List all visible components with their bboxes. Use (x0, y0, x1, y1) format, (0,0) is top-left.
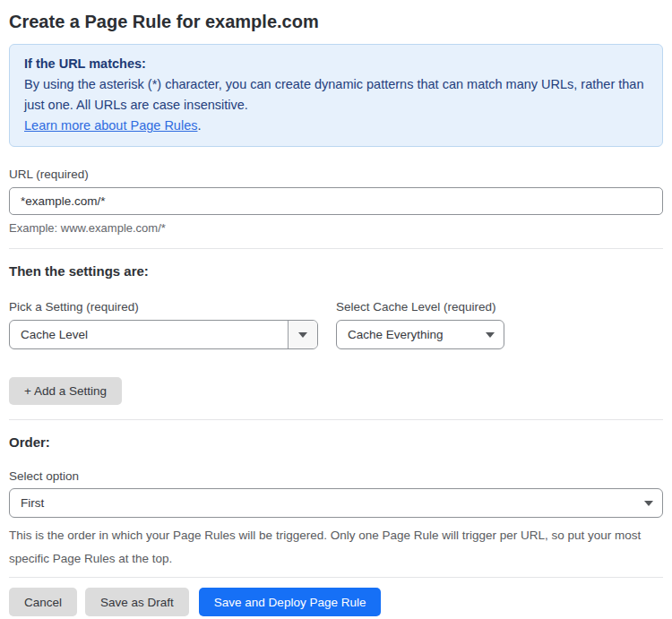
order-section-heading: Order: (9, 434, 663, 451)
chevron-down-icon (477, 332, 504, 338)
create-page-rule-form: Create a Page Rule for example.com If th… (0, 0, 672, 619)
url-match-info-box: If the URL matches: By using the asteris… (9, 44, 663, 147)
order-select-label: Select option (9, 469, 663, 484)
chevron-down-icon (288, 321, 317, 348)
setting-picker-label: Pick a Setting (required) (9, 299, 318, 314)
cache-level-select-value: Cache Everything (337, 328, 477, 341)
section-divider (9, 577, 663, 578)
info-box-body: By using the asterisk (*) character, you… (24, 74, 648, 116)
link-suffix: . (197, 118, 201, 133)
save-and-deploy-button[interactable]: Save and Deploy Page Rule (199, 588, 382, 616)
cache-level-label: Select Cache Level (required) (336, 299, 504, 314)
order-select-value: First (10, 496, 635, 510)
url-helper-text: Example: www.example.com/* (9, 220, 663, 236)
cancel-button[interactable]: Cancel (9, 588, 77, 616)
footer-actions: Cancel Save as Draft Save and Deploy Pag… (9, 588, 663, 616)
setting-picker-group: Pick a Setting (required) Cache Level (9, 299, 318, 349)
learn-more-link[interactable]: Learn more about Page Rules (24, 118, 197, 133)
page-title: Create a Page Rule for example.com (9, 11, 663, 32)
url-input[interactable] (9, 187, 663, 215)
settings-section-heading: Then the settings are: (9, 263, 663, 279)
add-setting-button[interactable]: + Add a Setting (9, 377, 122, 405)
section-divider (9, 248, 663, 249)
info-box-link-line: Learn more about Page Rules. (24, 116, 648, 136)
section-divider (9, 419, 663, 420)
order-select[interactable]: First (9, 488, 663, 518)
settings-row: Pick a Setting (required) Cache Level Se… (9, 299, 663, 349)
cache-level-picker-group: Select Cache Level (required) Cache Ever… (336, 299, 504, 349)
setting-select-value: Cache Level (10, 328, 288, 341)
save-as-draft-button[interactable]: Save as Draft (85, 588, 189, 616)
setting-select[interactable]: Cache Level (9, 320, 318, 349)
cache-level-select[interactable]: Cache Everything (336, 320, 504, 349)
url-label: URL (required) (9, 167, 663, 182)
order-helper-text: This is the order in which your Page Rul… (9, 524, 654, 571)
chevron-down-icon (635, 501, 662, 506)
info-box-heading: If the URL matches: (24, 54, 648, 74)
